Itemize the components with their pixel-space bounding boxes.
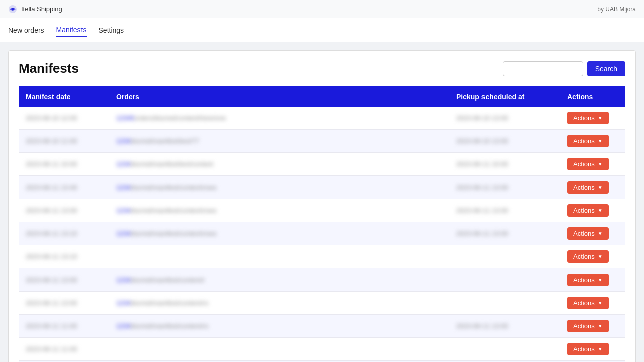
manifest-date-value: 2023-08-11 13:00	[26, 207, 77, 214]
pickup-date-cell	[449, 338, 560, 361]
order-description: blurred/manifest/content/ro	[131, 299, 209, 307]
manifest-date-cell: 2023-08-11 11:00	[19, 315, 109, 338]
actions-cell: Actions	[560, 130, 625, 153]
manifest-date-value: 2023-08-11 11:00	[26, 345, 77, 353]
manifest-date-value: 2023-08-11 13:40	[26, 184, 77, 191]
table-row: 2023-08-11 13:401234 blurred/manifest/co…	[19, 176, 625, 199]
table-row: 2023-08-11 11:001234 blurred/manifest/co…	[19, 315, 625, 338]
order-description: blurred/manifest/content/rows	[131, 207, 217, 214]
manifest-date-value: 2023-08-11 13:10	[26, 253, 77, 260]
pickup-date-cell: 2023-08-10 13:00	[449, 107, 560, 130]
nav-item-settings[interactable]: Settings	[99, 24, 124, 36]
pickup-date-value: 2023-08-10 13:00	[456, 114, 508, 122]
table-row: 2023-08-11 13:10Actions	[19, 245, 625, 268]
table-row: 2023-08-11 13:001234 blurred/manifest/co…	[19, 199, 625, 222]
order-link[interactable]: 1234	[116, 230, 131, 237]
actions-button[interactable]: Actions	[567, 204, 609, 217]
orders-cell: 1234 blurred/manifest/content/r	[109, 268, 449, 292]
actions-button[interactable]: Actions	[567, 158, 609, 170]
order-link[interactable]: 1234	[116, 160, 131, 168]
actions-button[interactable]: Actions	[567, 227, 609, 240]
search-input[interactable]	[503, 61, 583, 76]
manifest-date-value: 2023-08-11 11:00	[26, 322, 77, 330]
actions-button[interactable]: Actions	[567, 181, 609, 194]
order-link[interactable]: 1234	[116, 276, 131, 284]
manifest-date-cell: 2023-08-11 13:00	[19, 199, 109, 222]
pickup-date-cell	[449, 245, 560, 268]
actions-cell: Actions	[560, 222, 625, 245]
actions-button[interactable]: Actions	[567, 250, 609, 263]
orders-cell	[109, 245, 449, 268]
pickup-date-value: 2023-08-11 10:00	[456, 160, 508, 168]
manifest-date-value: 2023-08-10 11:00	[26, 137, 77, 145]
app-branding: Itella Shipping	[8, 5, 62, 14]
pickup-date-value: 2023-08-11 13:00	[456, 207, 508, 214]
manifest-date-cell: 2023-08-11 13:10	[19, 222, 109, 245]
orders-cell: 1234 blurred/manifest/content/rows	[109, 176, 449, 199]
pickup-date-value: 2023-08-10 13:00	[456, 137, 508, 145]
actions-button[interactable]: Actions	[567, 343, 609, 355]
orders-cell: 1234 blurred/manifest/text/content	[109, 153, 449, 176]
actions-cell: Actions	[560, 199, 625, 222]
order-link[interactable]: 12345	[116, 114, 134, 122]
actions-button[interactable]: Actions	[567, 274, 609, 286]
actions-button[interactable]: Actions	[567, 112, 609, 124]
order-description: blurred/manifest/content/ro	[131, 322, 209, 330]
orders-cell: 1234 blurred/manifest/content/ro	[109, 315, 449, 338]
order-description: orders/blurred/content/here/one	[134, 114, 226, 122]
actions-cell: Actions	[560, 176, 625, 199]
page-card: Manifests Search Manifest date Orders Pi…	[8, 50, 636, 362]
table-row: 2023-08-11 13:001234 blurred/manifest/co…	[19, 268, 625, 292]
manifests-table: Manifest date Orders Pickup scheduled at…	[19, 86, 625, 362]
order-link[interactable]: 1234	[116, 299, 131, 307]
order-description: blurred/manifest/text/77	[131, 137, 199, 145]
order-description: blurred/manifest/text/content	[131, 160, 213, 168]
manifest-date-cell: 2023-08-11 13:00	[19, 292, 109, 315]
order-link[interactable]: 1234	[116, 184, 131, 191]
nav-item-new-orders[interactable]: New orders	[8, 24, 44, 36]
orders-cell: 1234 blurred/manifest/text/77	[109, 130, 449, 153]
actions-button[interactable]: Actions	[567, 297, 609, 309]
page-title: Manifests	[19, 61, 79, 76]
actions-button[interactable]: Actions	[567, 320, 609, 332]
manifest-date-cell: 2023-08-11 13:10	[19, 245, 109, 268]
search-area: Search	[503, 61, 625, 76]
page-header: Manifests Search	[19, 61, 625, 76]
pickup-date-cell	[449, 292, 560, 315]
actions-cell: Actions	[560, 338, 625, 361]
order-link[interactable]: 1234	[116, 207, 131, 214]
nav-bar: New orders Manifests Settings	[0, 18, 644, 42]
table-row: 2023-08-11 13:101234 blurred/manifest/co…	[19, 222, 625, 245]
orders-cell: 1234 blurred/manifest/content/rows	[109, 199, 449, 222]
table-row: 2023-08-10 12:0012345 orders/blurred/con…	[19, 107, 625, 130]
pickup-date-value: 2023-08-11 13:00	[456, 322, 508, 330]
app-publisher: by UAB Mijora	[597, 6, 636, 13]
actions-cell: Actions	[560, 107, 625, 130]
actions-cell: Actions	[560, 245, 625, 268]
order-link[interactable]: 1234	[116, 137, 131, 145]
order-description: blurred/manifest/content/rows	[131, 184, 217, 191]
manifest-date-cell: 2023-08-10 11:00	[19, 130, 109, 153]
svg-point-1	[12, 8, 14, 10]
nav-item-manifests[interactable]: Manifests	[56, 24, 87, 37]
manifest-date-value: 2023-08-10 12:00	[26, 114, 77, 122]
manifest-date-cell: 2023-08-11 13:40	[19, 176, 109, 199]
actions-cell: Actions	[560, 315, 625, 338]
orders-cell: 12345 orders/blurred/content/here/one	[109, 107, 449, 130]
search-button[interactable]: Search	[587, 61, 625, 76]
orders-cell: 1234 blurred/manifest/content/ro	[109, 292, 449, 315]
actions-button[interactable]: Actions	[567, 135, 609, 147]
actions-cell: Actions	[560, 153, 625, 176]
app-logo-icon	[8, 5, 17, 14]
manifest-date-value: 2023-08-11 13:00	[26, 299, 77, 307]
order-link[interactable]: 1234	[116, 322, 131, 330]
order-description: blurred/manifest/content/rows	[131, 230, 217, 237]
app-name: Itella Shipping	[21, 5, 62, 13]
orders-cell: 1234 blurred/manifest/content/rows	[109, 222, 449, 245]
table-row: 2023-08-11 11:00Actions	[19, 338, 625, 361]
pickup-date-value: 2023-08-11 13:00	[456, 230, 508, 237]
manifest-date-cell: 2023-08-11 10:00	[19, 153, 109, 176]
manifest-date-cell: 2023-08-11 11:00	[19, 338, 109, 361]
manifest-date-value: 2023-08-11 13:00	[26, 276, 77, 284]
actions-cell: Actions	[560, 268, 625, 292]
